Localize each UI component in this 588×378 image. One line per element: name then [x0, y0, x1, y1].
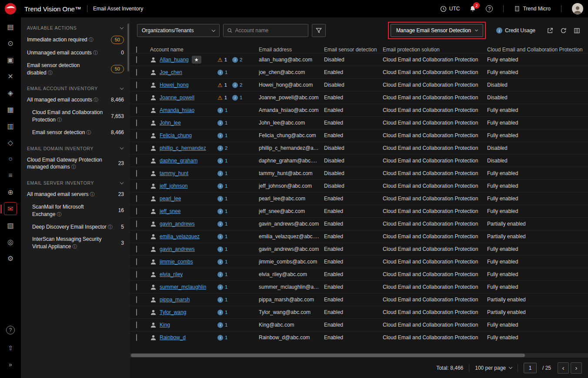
attack-surface-icon[interactable]: ⊙: [4, 37, 17, 50]
column-header-email-address[interactable]: Email address: [259, 47, 324, 53]
account-name-link[interactable]: Allan_huang: [160, 57, 189, 63]
console-export-icon[interactable]: ⇧: [4, 341, 17, 354]
info-badge[interactable]: i1: [217, 133, 227, 138]
row-checkbox[interactable]: [136, 321, 137, 328]
table-row[interactable]: Tylor_wang i1 Tylor_wang@abc.com Enabled…: [130, 306, 588, 318]
notifications-button[interactable]: 2: [464, 0, 481, 17]
account-name-link[interactable]: Felicia_chung: [160, 132, 192, 138]
collapse-rail-icon[interactable]: »: [4, 358, 17, 371]
table-row[interactable]: Amanda_hsiao i1 Amanda_hsiao@abc.com Ena…: [130, 104, 588, 116]
table-row[interactable]: Howei_hong ⚠1 i2 Howei_hong@abc.com Disa…: [130, 78, 588, 91]
timezone-selector[interactable]: UTC: [435, 0, 465, 17]
row-checkbox[interactable]: [136, 56, 137, 63]
info-badge[interactable]: i1: [217, 108, 227, 113]
search-icon[interactable]: ○: [4, 152, 17, 165]
column-header-cloud-email-protection[interactable]: Cloud Email and Collaboration Protection: [487, 47, 588, 53]
sidebar-item[interactable]: All managed email accountsⓘ 8,466: [21, 94, 130, 106]
row-checkbox[interactable]: [136, 208, 137, 215]
select-all-checkbox[interactable]: [136, 47, 137, 53]
table-row[interactable]: pippa_marsh i1 pippa_marsh@abc.com Enabl…: [130, 293, 588, 306]
refresh-button[interactable]: [560, 27, 567, 34]
sidebar-section-header[interactable]: AVAILABLE ACTIONS: [21, 21, 130, 33]
info-badge[interactable]: i1: [217, 284, 227, 290]
account-name-link[interactable]: jeff_johnson: [160, 183, 188, 189]
table-row[interactable]: tammy_hunt i1 tammy_hunt@abc.com Disable…: [130, 167, 588, 179]
credit-usage-button[interactable]: i Credit Usage: [496, 27, 535, 34]
scrollbar-thumb[interactable]: [131, 354, 525, 357]
account-name-link[interactable]: Tylor_wang: [160, 309, 186, 315]
account-name-link[interactable]: John_lee: [160, 120, 181, 126]
info-badge[interactable]: i1: [217, 221, 227, 227]
row-checkbox[interactable]: [136, 309, 137, 316]
sidebar-item[interactable]: Deep Discovery Email Inspectorⓘ 5: [21, 221, 130, 233]
account-name-link[interactable]: Amanda_hsiao: [160, 107, 194, 113]
sidebar-item[interactable]: Email sensor detection disabledⓘ 50: [21, 59, 130, 79]
search-input[interactable]: [235, 27, 304, 34]
table-row[interactable]: Joe_chen i1 joe_chen@abc.com Enabled Clo…: [130, 66, 588, 78]
table-row[interactable]: Felicia_chung i1 Felicia_chung@abc.com E…: [130, 129, 588, 142]
account-name-link[interactable]: gavin_andrews: [160, 221, 195, 227]
help-button[interactable]: ?: [481, 0, 498, 17]
next-page-button[interactable]: ›: [571, 362, 582, 374]
account-name-link[interactable]: tammy_hunt: [160, 170, 188, 176]
row-checkbox[interactable]: [136, 119, 137, 126]
sidebar-section-header[interactable]: EMAIL DOMAIN INVENTORY: [21, 142, 130, 154]
row-checkbox[interactable]: [136, 246, 137, 253]
network-security-icon[interactable]: ◎: [4, 235, 17, 248]
info-badge[interactable]: i1: [217, 70, 227, 75]
favorite-star-icon[interactable]: ★: [192, 56, 201, 64]
reports-icon[interactable]: ▥: [4, 119, 17, 132]
info-badge[interactable]: i1: [217, 171, 227, 176]
account-name-link[interactable]: daphne_graham: [160, 158, 197, 164]
account-name-link[interactable]: gavin_andrews: [160, 246, 195, 252]
table-row[interactable]: King i1 King@abc.com Enabled Cloud Email…: [130, 318, 588, 331]
administration-gear-icon[interactable]: ⚙: [4, 252, 17, 265]
table-row[interactable]: emilia_velazquez i1 emilia_velazquez@abc…: [130, 230, 588, 243]
row-checkbox[interactable]: [136, 220, 137, 227]
org-tenant-selector[interactable]: Organizations/Tenants: [137, 24, 220, 37]
info-badge[interactable]: i1: [217, 196, 227, 202]
table-row[interactable]: Joanne_powell ⚠1 i1 Joanne_powell@abc.co…: [130, 91, 588, 104]
manage-email-sensor-detection-button[interactable]: Manage Email Sensor Detection: [391, 24, 483, 37]
column-header-email-sensor-detection[interactable]: Email sensor detection: [324, 47, 383, 53]
targets-icon[interactable]: ◈: [4, 86, 17, 99]
info-badge[interactable]: i1: [217, 234, 227, 240]
table-row[interactable]: jeff_snee i1 jeff_snee@abc.com Enabled C…: [130, 205, 588, 217]
table-row[interactable]: jimmie_combs i1 jimmie_combs@abc.com Ena…: [130, 255, 588, 268]
info-badge[interactable]: i1: [217, 209, 227, 214]
row-checkbox[interactable]: [136, 132, 137, 139]
identity-security-icon[interactable]: ≡: [4, 169, 17, 182]
sidebar-item[interactable]: Cloud Email and Collaboration Protection…: [21, 106, 130, 126]
info-badge[interactable]: i1: [217, 120, 227, 126]
account-name-link[interactable]: Joanne_powell: [160, 94, 194, 101]
row-checkbox[interactable]: [136, 271, 137, 278]
cloud-security-icon[interactable]: ⊕: [4, 186, 17, 199]
info-badge[interactable]: i1: [217, 272, 227, 277]
xdr-threat-investigation-icon[interactable]: ✕: [4, 70, 17, 83]
threat-intelligence-icon[interactable]: ◇: [4, 136, 17, 149]
account-name-link[interactable]: pearl_lee: [160, 196, 181, 202]
row-checkbox[interactable]: [136, 334, 137, 341]
info-badge[interactable]: i2: [232, 57, 242, 63]
row-checkbox[interactable]: [136, 258, 137, 265]
table-row[interactable]: summer_mclaughlin i1 summer_mclaughlin@a…: [130, 280, 588, 293]
row-checkbox[interactable]: [136, 195, 137, 202]
row-checkbox[interactable]: [136, 233, 137, 240]
row-checkbox[interactable]: [136, 157, 137, 164]
table-row[interactable]: Rainbow_d i1 Rainbow_d@abc.com Enabled C…: [130, 331, 588, 344]
account-name-link[interactable]: Joe_chen: [160, 69, 182, 75]
email-collaboration-security-icon[interactable]: ✉: [4, 202, 17, 215]
info-badge[interactable]: i1: [217, 183, 227, 189]
row-checkbox[interactable]: [136, 107, 137, 114]
sidebar-item[interactable]: Cloud Email Gateway Protection managed d…: [21, 154, 130, 174]
info-badge[interactable]: i1: [217, 310, 227, 315]
table-row[interactable]: Allan_huang ★ ⚠1 i2 allan_huang@abc.com …: [130, 53, 588, 66]
response-management-icon[interactable]: ▦: [4, 103, 17, 116]
sidebar-item[interactable]: Immediate action requiredⓘ 50: [21, 33, 130, 47]
export-button[interactable]: [547, 27, 553, 34]
account-name-link[interactable]: Rainbow_d: [160, 334, 186, 341]
info-badge[interactable]: i1: [232, 95, 242, 101]
row-checkbox[interactable]: [136, 94, 137, 101]
warning-badge[interactable]: ⚠1: [217, 95, 227, 101]
sidebar-item[interactable]: All managed email serversⓘ 23: [21, 188, 130, 201]
